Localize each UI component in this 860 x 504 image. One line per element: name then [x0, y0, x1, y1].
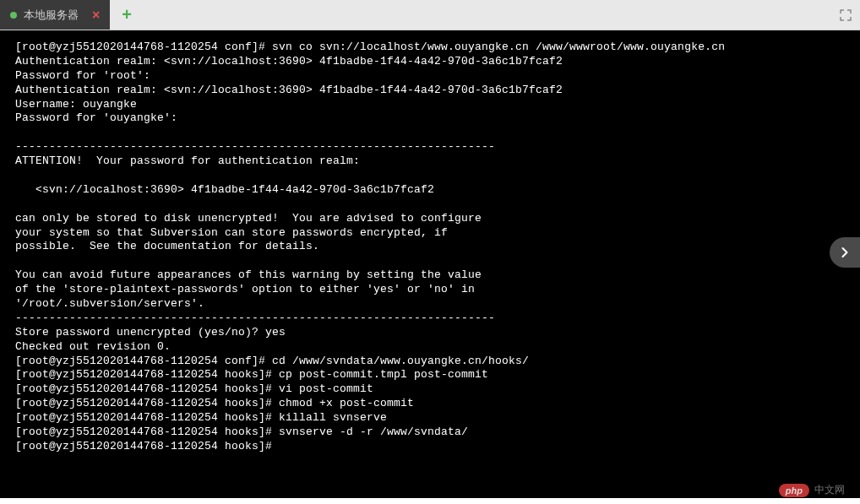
plus-icon: + — [122, 5, 132, 24]
terminal-line: [root@yzj5512020144768-1120254 hooks]# s… — [15, 425, 845, 440]
close-icon[interactable]: × — [92, 8, 100, 23]
terminal-line: Checked out revision 0. — [15, 340, 845, 355]
tab-local-server[interactable]: 本地服务器 × — [0, 0, 110, 30]
terminal-line: ----------------------------------------… — [15, 312, 845, 326]
watermark-text: 中文网 — [814, 483, 845, 497]
terminal-line: your system so that Subversion can store… — [15, 226, 845, 241]
fullscreen-icon[interactable] — [840, 9, 852, 21]
terminal-line: [root@yzj5512020144768-1120254 hooks]# v… — [15, 382, 845, 397]
terminal-line: '/root/.subversion/servers'. — [15, 297, 845, 312]
terminal-line: [root@yzj5512020144768-1120254 conf]# cd… — [15, 355, 845, 369]
terminal-line: [root@yzj5512020144768-1120254 hooks]# — [15, 440, 845, 454]
terminal-line: [root@yzj5512020144768-1120254 hooks]# c… — [15, 368, 845, 382]
terminal-line: possible. See the documentation for deta… — [15, 240, 845, 254]
chevron-right-icon — [836, 244, 853, 261]
terminal-line: can only be stored to disk unencrypted! … — [15, 212, 845, 226]
terminal-line: [root@yzj5512020144768-1120254 hooks]# c… — [15, 397, 845, 411]
terminal-line — [15, 198, 845, 212]
watermark-logo: php — [779, 484, 809, 497]
watermark: php 中文网 — [779, 483, 845, 497]
terminal-line — [15, 169, 845, 183]
terminal-line: of the 'store-plaintext-passwords' optio… — [15, 283, 845, 297]
terminal-line: [root@yzj5512020144768-1120254 hooks]# k… — [15, 411, 845, 425]
terminal-line: Authentication realm: <svn://localhost:3… — [15, 84, 845, 98]
terminal-line: Password for 'ouyangke': — [15, 111, 845, 126]
scroll-right-button[interactable] — [830, 237, 860, 268]
terminal-output[interactable]: [root@yzj5512020144768-1120254 conf]# sv… — [0, 30, 860, 498]
terminal-line: Password for 'root': — [15, 69, 845, 84]
terminal-line — [15, 254, 845, 268]
terminal-line: <svn://localhost:3690> 4f1badbe-1f44-4a4… — [15, 183, 845, 198]
tab-bar: 本地服务器 × + — [0, 0, 860, 30]
add-tab-button[interactable]: + — [110, 0, 144, 30]
tab-status-indicator — [10, 12, 17, 19]
terminal-line: You can avoid future appearances of this… — [15, 268, 845, 283]
terminal-line: Username: ouyangke — [15, 98, 845, 112]
terminal-line: Store password unencrypted (yes/no)? yes — [15, 326, 845, 340]
tab-title: 本地服务器 — [24, 8, 79, 23]
terminal-line: [root@yzj5512020144768-1120254 conf]# sv… — [15, 41, 845, 55]
terminal-line — [15, 126, 845, 140]
terminal-line: Authentication realm: <svn://localhost:3… — [15, 55, 845, 69]
terminal-line: ----------------------------------------… — [15, 140, 845, 154]
terminal-line: ATTENTION! Your password for authenticat… — [15, 154, 845, 169]
